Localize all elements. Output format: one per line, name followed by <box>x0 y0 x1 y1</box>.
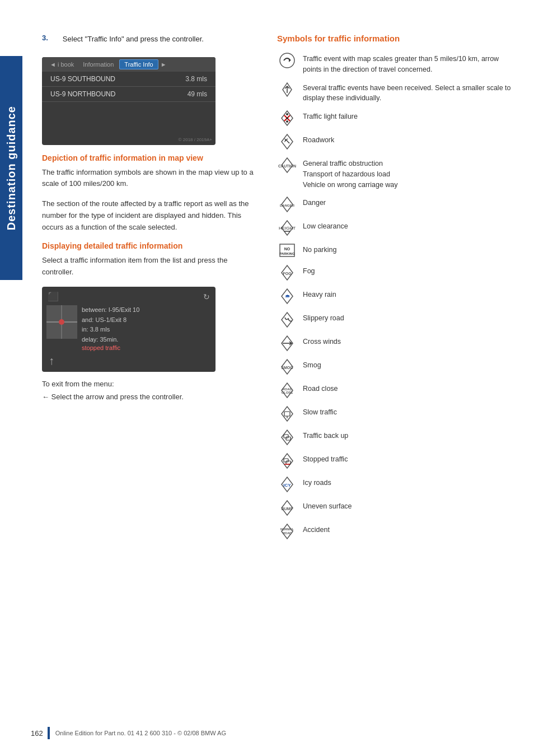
svg-text:SMOG: SMOG <box>281 366 293 370</box>
symbol-text-10: Heavy rain <box>303 287 336 300</box>
detail-in: in: 3.8 mls <box>82 325 139 335</box>
symbol-text-17: Stopped traffic <box>303 452 348 465</box>
svg-point-3 <box>59 319 64 325</box>
caution-icon: CAUTION <box>277 156 297 174</box>
symbol-text-14: Road close <box>303 381 338 394</box>
symbols-heading: Symbols for traffic information <box>277 34 517 43</box>
detail-and: and: US-1/Exit 8 <box>82 315 139 325</box>
symbol-row-2: Several traffic events have been receive… <box>277 81 517 104</box>
symbol-row-7: HEIGHT Low clearance <box>277 219 517 237</box>
svg-text:🌧: 🌧 <box>285 293 290 299</box>
stopped-traffic-icon <box>277 452 297 470</box>
danger-icon: DANGER <box>277 195 297 213</box>
detail-delay: delay: 35min. <box>82 335 139 345</box>
symbol-row-8: NO PARKING No parking <box>277 242 517 258</box>
icy-roads-icon: ICY <box>277 475 297 493</box>
symbol-row-9: FOG Fog <box>277 264 517 282</box>
exit-line2: ← Select the arrow and press the control… <box>42 393 255 401</box>
refresh-icon[interactable]: ↻ <box>203 292 210 301</box>
depiction-para1: The traffic information symbols are show… <box>42 167 255 190</box>
symbol-row-4: ⛏ Roadwork <box>277 133 517 151</box>
symbol-text-8: No parking <box>303 242 336 255</box>
symbol-text-20: Accident <box>303 522 330 535</box>
traffic-row-1: US-9 SOUTHBOUND 3.8 mls <box>42 72 216 87</box>
footer-bar <box>48 727 50 739</box>
roadwork-icon: ⛏ <box>277 133 297 151</box>
route-name-2: US-9 NORTHBOUND <box>50 90 115 98</box>
displaying-section: Displaying detailed traffic information … <box>42 241 255 278</box>
symbol-row-5: CAUTION General traffic obstruction Tran… <box>277 156 517 190</box>
route-distance-2: 49 mls <box>188 90 207 98</box>
smog-icon: SMOG <box>277 358 297 376</box>
symbol-row-6: DANGER Danger <box>277 195 517 213</box>
sidebar-label: Destination guidance <box>0 56 22 280</box>
route-distance-1: 3.8 mls <box>185 75 207 83</box>
svg-text:HEIGHT: HEIGHT <box>279 226 296 231</box>
svg-text:CAUTION: CAUTION <box>278 164 296 168</box>
svg-text:ROAD: ROAD <box>283 531 292 535</box>
symbol-text-15: Slow traffic <box>303 405 337 418</box>
svg-point-10 <box>286 120 288 123</box>
symbol-text-6: Danger <box>303 195 326 208</box>
detail-between: between: I-95/Exit 10 <box>82 305 139 315</box>
tab-information[interactable]: Information <box>79 60 117 69</box>
traffic-light-icon <box>277 109 297 127</box>
tab-traffic-info[interactable]: Traffic Info <box>119 59 158 69</box>
svg-text:ICY: ICY <box>283 483 291 488</box>
symbol-row-13: SMOG Smog <box>277 358 517 376</box>
symbol-row-11: Slippery road <box>277 311 517 329</box>
footer-text: Online Edition for Part no. 01 41 2 600 … <box>55 730 226 736</box>
symbol-text-2: Several traffic events have been receive… <box>303 81 517 104</box>
svg-text:⛏: ⛏ <box>284 138 290 144</box>
symbol-row-17: Stopped traffic <box>277 452 517 470</box>
detail-map-image <box>46 305 77 339</box>
route-name-1: US-9 SOUTHBOUND <box>50 75 115 83</box>
symbol-row-16: Traffic back up <box>277 428 517 446</box>
symbol-row-20: NORMAL ROAD Accident <box>277 522 517 540</box>
detail-content: between: I-95/Exit 10 and: US-1/Exit 8 i… <box>46 305 211 351</box>
svg-point-9 <box>286 117 288 119</box>
symbol-text-1: Traffic event with map scales greater th… <box>303 52 517 75</box>
svg-text:FOG: FOG <box>283 272 292 276</box>
displaying-text: Select a traffic information item from t… <box>42 255 255 278</box>
detail-info-box: ⬛ ↻ between: I-95/Exit 10 and: US-1/Exit… <box>42 287 216 372</box>
road-close-icon: ROAD CLOSE <box>277 381 297 399</box>
traffic-row-2: US-9 NORTHBOUND 49 mls <box>42 87 216 102</box>
symbol-row-10: 🌧 Heavy rain <box>277 287 517 305</box>
symbol-row-18: ICY Icy roads <box>277 475 517 493</box>
symbol-text-19: Uneven surface <box>303 499 352 512</box>
symbol-row-12: Cross winds <box>277 334 517 352</box>
traffic-info-box: ◄ i book Information Traffic Info ► US-9… <box>42 57 216 145</box>
traffic-box-header: ◄ i book Information Traffic Info ► <box>42 57 216 72</box>
symbol-text-12: Cross winds <box>303 334 341 347</box>
svg-text:NORMAL: NORMAL <box>280 528 294 531</box>
main-content: 3. Select "Traffic Info" and press the c… <box>31 0 534 568</box>
symbol-text-9: Fog <box>303 264 315 277</box>
detail-header: ⬛ ↻ <box>46 291 211 305</box>
crosswind-icon <box>277 334 297 352</box>
step-text: Select "Traffic Info" and press the cont… <box>63 34 204 45</box>
exit-line1: To exit from the menu: <box>42 379 255 390</box>
symbol-text-16: Traffic back up <box>303 428 348 441</box>
symbol-row-3: Traffic light failure <box>277 109 517 127</box>
back-icon[interactable]: ⬛ <box>48 291 59 302</box>
up-arrow-icon: ↑ <box>49 354 54 367</box>
arrow-circle-icon <box>277 52 297 69</box>
symbol-text-7: Low clearance <box>303 219 348 232</box>
tab-book[interactable]: ◄ i book <box>46 60 77 69</box>
uneven-surface-icon: BUMP <box>277 499 297 517</box>
double-arrow-icon <box>277 81 297 99</box>
svg-text:CLOSE: CLOSE <box>282 391 293 394</box>
slippery-icon <box>277 311 297 329</box>
displaying-heading: Displaying detailed traffic information <box>42 241 255 250</box>
depiction-heading: Depiction of traffic information in map … <box>42 153 255 162</box>
svg-text:BUMP: BUMP <box>282 507 293 511</box>
svg-point-4 <box>280 53 294 68</box>
svg-text:DANGER: DANGER <box>280 204 295 207</box>
left-column: 3. Select "Traffic Info" and press the c… <box>42 34 255 546</box>
exit-section: To exit from the menu: ← Select the arro… <box>42 379 255 401</box>
no-parking-icon: NO PARKING <box>277 242 297 258</box>
symbol-row-19: BUMP Uneven surface <box>277 499 517 517</box>
symbol-row-1: Traffic event with map scales greater th… <box>277 52 517 75</box>
tab-arrow: ► <box>161 61 167 68</box>
